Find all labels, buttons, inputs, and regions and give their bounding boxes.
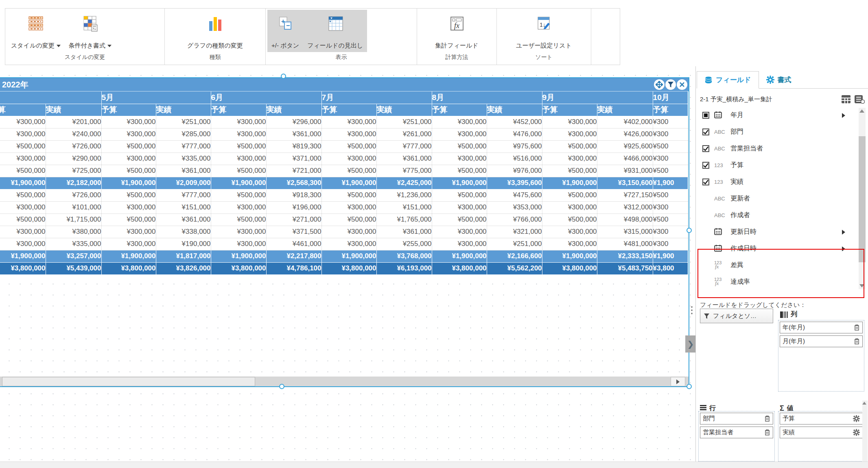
user-list-button[interactable]: 1↓ ユーザー設定リスト xyxy=(512,10,576,52)
field-item-差異[interactable]: 123fx差異 xyxy=(697,257,868,274)
expand-arrow-icon[interactable] xyxy=(842,230,845,235)
expand-panel-button[interactable]: ❯ xyxy=(685,335,696,353)
trash-icon[interactable] xyxy=(764,415,770,422)
scrollbar-thumb[interactable] xyxy=(2,377,255,386)
scroll-down-icon[interactable] xyxy=(859,284,864,287)
widget-title-bar[interactable]: 2022年 xyxy=(0,78,689,91)
field-list-scrollbar[interactable] xyxy=(859,108,866,289)
filter-sort-button[interactable]: フィルタとソ… xyxy=(700,309,773,323)
field-checkbox[interactable] xyxy=(702,128,709,135)
gear-icon[interactable] xyxy=(853,429,860,436)
table-cell: ¥500,000 xyxy=(0,165,46,177)
field-checkbox[interactable] xyxy=(702,112,709,119)
close-icon[interactable] xyxy=(677,79,687,90)
data-source-icon[interactable] xyxy=(854,95,865,104)
table-cell: ¥2,182,000 xyxy=(46,177,101,189)
table-cell: ¥500,000 xyxy=(101,189,156,201)
field-chip-年(年月)[interactable]: 年(年月) xyxy=(780,322,863,333)
table-cell: ¥335,000 xyxy=(156,152,211,165)
filter-icon[interactable] xyxy=(665,79,676,90)
table-cell: ¥3,800,000 xyxy=(101,262,156,274)
field-item-年月[interactable]: 年月 xyxy=(697,107,868,124)
values-drop-zone[interactable]: 予算実績 xyxy=(778,411,864,461)
plus-minus-button[interactable]: +− +/- ボタン xyxy=(267,10,303,52)
ribbon-toolbar: スタイルの変更 条件付き書式 スタイルの変更 グラフの種類の変更 種類 xyxy=(5,8,620,65)
field-item-作成者[interactable]: ABC作成者 xyxy=(697,207,868,224)
table-cell: ¥500,000 xyxy=(432,213,487,226)
table-cell: ¥721,000 xyxy=(266,165,321,177)
chart-type-button[interactable]: グラフの種類の変更 xyxy=(183,10,247,52)
month-header: 4月 xyxy=(0,91,101,104)
table-cell: ¥300,000 xyxy=(432,238,487,250)
field-item-予算[interactable]: 123予算 xyxy=(697,157,868,174)
table-cell: ¥300,000 xyxy=(101,152,156,165)
field-name-label: 更新日時 xyxy=(730,228,842,236)
table-row: ¥300,000¥335,000¥300,000¥190,000¥300,000… xyxy=(0,238,688,250)
field-item-作成日時[interactable]: 作成日時 xyxy=(697,240,868,257)
field-name-label: 差異 xyxy=(730,261,868,270)
panel-mini-scrollbar[interactable] xyxy=(862,401,868,462)
month-header: 7月 xyxy=(321,91,432,104)
tab-fields[interactable]: フィールド xyxy=(697,71,759,89)
ribbon-group-label: ソート xyxy=(497,52,591,65)
field-heading-button[interactable]: フィールドの見出し xyxy=(303,10,367,52)
filter-sort-label: フィルタとソ… xyxy=(713,312,756,320)
field-chip-部門[interactable]: 部門 xyxy=(700,413,773,424)
table-cell: ¥300,000 xyxy=(542,116,597,128)
scroll-right-button[interactable] xyxy=(671,377,685,386)
table-cell: ¥2,333,150 xyxy=(597,250,653,262)
field-checkbox[interactable] xyxy=(702,178,709,185)
trash-icon[interactable] xyxy=(854,324,860,331)
style-change-button[interactable]: スタイルの変更 xyxy=(7,10,65,52)
field-checkbox[interactable] xyxy=(702,145,709,152)
field-chip-月(年月)[interactable]: 月(年月) xyxy=(780,335,863,347)
table-cell: ¥300,000 xyxy=(321,201,376,213)
trash-icon[interactable] xyxy=(854,338,860,345)
table-cell: ¥151,000 xyxy=(156,201,211,213)
table-cell: ¥2,425,000 xyxy=(376,177,432,189)
rows-drop-zone[interactable]: 部門営業担当者 xyxy=(698,411,775,461)
field-item-実績[interactable]: 123実績 xyxy=(697,174,868,190)
field-item-達成率[interactable]: 123fx達成率 xyxy=(697,274,868,290)
horizontal-scrollbar[interactable] xyxy=(0,377,689,386)
resize-handle-top[interactable] xyxy=(281,74,286,79)
table-cell: ¥426,000 xyxy=(597,128,653,140)
move-icon[interactable] xyxy=(654,79,665,90)
table-cell: ¥500,000 xyxy=(101,140,156,152)
field-chip-営業担当者[interactable]: 営業担当者 xyxy=(700,427,773,438)
checkbox-placeholder xyxy=(702,212,709,219)
table-cell: ¥5,439,000 xyxy=(46,262,101,274)
table-cell: ¥1,900,000 xyxy=(211,250,266,262)
field-name-label: 部門 xyxy=(730,128,868,136)
expand-arrow-icon[interactable] xyxy=(842,246,845,251)
expand-arrow-icon[interactable] xyxy=(842,113,845,118)
tab-format[interactable]: 書式 xyxy=(759,71,799,88)
field-chip-実績[interactable]: 実績 xyxy=(780,427,863,438)
field-checkbox[interactable] xyxy=(702,162,709,169)
pivot-table-widget[interactable]: 2022年 4月5月6月7月8月9月10月予算実績予算実績予算実績予算実績予算実… xyxy=(0,77,689,387)
table-view-icon[interactable] xyxy=(841,95,851,104)
resize-handle-right[interactable] xyxy=(687,228,692,233)
table-cell: ¥361,000 xyxy=(266,128,321,140)
scroll-up-icon[interactable] xyxy=(862,402,866,405)
measure-header: 実績 xyxy=(487,104,542,116)
table-cell: ¥251,000 xyxy=(487,238,542,250)
field-chip-予算[interactable]: 予算 xyxy=(780,413,863,424)
trash-icon[interactable] xyxy=(764,429,770,436)
table-row: ¥300,000¥290,000¥300,000¥335,000¥300,000… xyxy=(0,152,688,165)
table-cell: ¥1,817,000 xyxy=(156,250,211,262)
resize-handle-bottom[interactable] xyxy=(279,384,284,389)
calc-field-button[interactable]: fx 集計フィールド xyxy=(431,10,482,52)
conditional-format-button[interactable]: 条件付き書式 xyxy=(65,10,116,52)
field-item-更新者[interactable]: ABC更新者 xyxy=(697,190,868,207)
table-cell: ¥251,000 xyxy=(156,116,211,128)
columns-drop-zone[interactable]: 年(年月)月(年月) xyxy=(778,320,864,392)
scrollbar-thumb[interactable] xyxy=(859,136,866,262)
resize-handle-corner[interactable] xyxy=(687,384,692,389)
gear-icon[interactable] xyxy=(853,415,860,422)
panel-splitter-handle[interactable] xyxy=(691,306,693,314)
field-item-更新日時[interactable]: 更新日時 xyxy=(697,224,868,240)
field-item-部門[interactable]: ABC部門 xyxy=(697,124,868,140)
scroll-up-icon[interactable] xyxy=(859,109,864,113)
field-item-営業担当者[interactable]: ABC営業担当者 xyxy=(697,140,868,157)
